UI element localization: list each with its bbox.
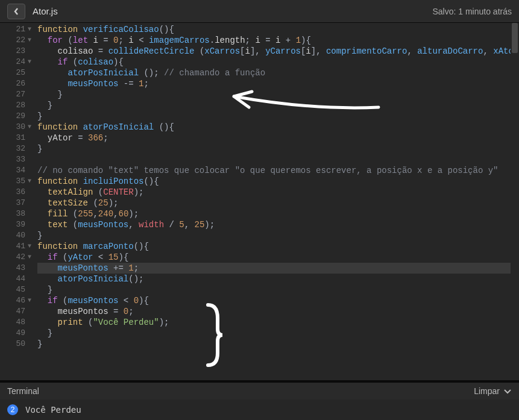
fold-marker-icon[interactable]: ▼ [27,252,33,263]
fold-marker-icon[interactable]: ▼ [27,57,33,67]
fold-marker-icon[interactable]: ▼ [27,122,33,133]
gutter-line: 36 [0,187,35,198]
gutter-line: 41▼ [0,241,35,252]
fold-marker-icon[interactable]: ▼ [27,35,33,46]
code-line[interactable]: if (meusPontos < 0){ [37,295,519,306]
gutter-line: 34 [0,165,35,176]
chevron-left-icon [13,7,19,16]
gutter-line: 37 [0,198,35,208]
code-line[interactable]: yAtor = 366; [37,133,519,143]
code-line[interactable]: } [37,339,519,349]
file-name: Ator.js [33,6,432,16]
gutter-line: 25 [0,67,35,78]
code-line[interactable]: } [37,230,519,241]
gutter-line: 40 [0,230,35,241]
code-line[interactable]: atorPosInicial(); [37,274,519,284]
code-line[interactable]: } [37,89,519,100]
gutter-line: 38 [0,208,35,219]
scroll-thumb[interactable] [512,23,518,53]
gutter-line: 21▼ [0,24,35,35]
code-line[interactable]: // no comando "text" temos que colocar "… [37,165,519,176]
terminal-body[interactable]: 2 Você Perdeu [0,400,519,420]
code-line[interactable]: if (colisao){ [37,57,519,67]
gutter-line: 43 [0,263,35,274]
code-line[interactable]: print ("Você Perdeu"); [37,317,519,328]
code-line[interactable]: function verificaColisao(){ [37,24,519,35]
gutter-line: 28 [0,100,35,111]
code-line[interactable]: atorPosInicial (); // chamando a função [37,67,519,78]
code-editor[interactable]: 21▼22▼2324▼252627282930▼3132333435▼36373… [0,23,519,380]
gutter-line: 44 [0,274,35,284]
gutter-line: 42▼ [0,252,35,263]
gutter-line: 46▼ [0,295,35,306]
scrollbar-vertical[interactable] [511,23,519,380]
code-line[interactable]: } [37,100,519,111]
gutter-line: 33 [0,154,35,165]
gutter-line: 35▼ [0,176,35,187]
code-line[interactable]: colisao = collideRectCircle (xCarros[i],… [37,46,519,57]
gutter-line: 31 [0,133,35,143]
code-line[interactable]: function marcaPonto(){ [37,241,519,252]
gutter-line: 22▼ [0,35,35,46]
code-line[interactable]: for (let i = 0; i < imagemCarros.length;… [37,35,519,46]
fold-marker-icon[interactable]: ▼ [27,24,33,35]
code-line[interactable]: } [37,143,519,154]
code-line[interactable]: } [37,328,519,339]
code-line[interactable]: meusPontos -= 1; [37,78,519,89]
code-line[interactable]: } [37,284,519,295]
code-line[interactable]: fill (255,240,60); [37,208,519,219]
log-message: Você Perdeu [25,405,81,415]
fold-marker-icon[interactable]: ▼ [27,176,33,187]
save-status: Salvo: 1 minuto atrás [432,7,512,16]
terminal-header: Terminal Limpar [0,383,519,400]
code-line[interactable] [37,154,519,165]
gutter-line: 47 [0,306,35,317]
back-button[interactable] [7,4,25,19]
header-bar: Ator.js Salvo: 1 minuto atrás [0,0,519,23]
terminal-clear-button[interactable]: Limpar [474,386,500,396]
code-line[interactable]: textSize (25); [37,198,519,208]
code-line[interactable]: textAlign (CENTER); [37,187,519,198]
terminal-title: Terminal [7,386,474,396]
code-line[interactable]: meusPontos = 0; [37,306,519,317]
code-line[interactable]: function incluiPontos(){ [37,176,519,187]
code-area[interactable]: function verificaColisao(){ for (let i =… [35,23,519,380]
gutter: 21▼22▼2324▼252627282930▼3132333435▼36373… [0,23,35,380]
gutter-line: 23 [0,46,35,57]
fold-marker-icon[interactable]: ▼ [27,295,33,306]
gutter-line: 30▼ [0,122,35,133]
gutter-line: 24▼ [0,57,35,67]
gutter-line: 27 [0,89,35,100]
gutter-line: 39 [0,219,35,230]
code-line[interactable]: } [37,111,519,122]
log-count-badge: 2 [7,404,18,415]
chevron-down-icon[interactable] [503,386,512,396]
gutter-line: 45 [0,284,35,295]
gutter-line: 29 [0,111,35,122]
gutter-line: 49 [0,328,35,339]
fold-marker-icon[interactable]: ▼ [27,241,33,252]
code-line[interactable]: if (yAtor < 15){ [37,252,519,263]
code-line[interactable]: function atorPosInicial (){ [37,122,519,133]
gutter-line: 50 [0,339,35,349]
gutter-line: 26 [0,78,35,89]
code-line[interactable]: text (meusPontos, width / 5, 25); [37,219,519,230]
gutter-line: 32 [0,143,35,154]
code-line[interactable]: meusPontos += 1; [37,263,519,274]
gutter-line: 48 [0,317,35,328]
